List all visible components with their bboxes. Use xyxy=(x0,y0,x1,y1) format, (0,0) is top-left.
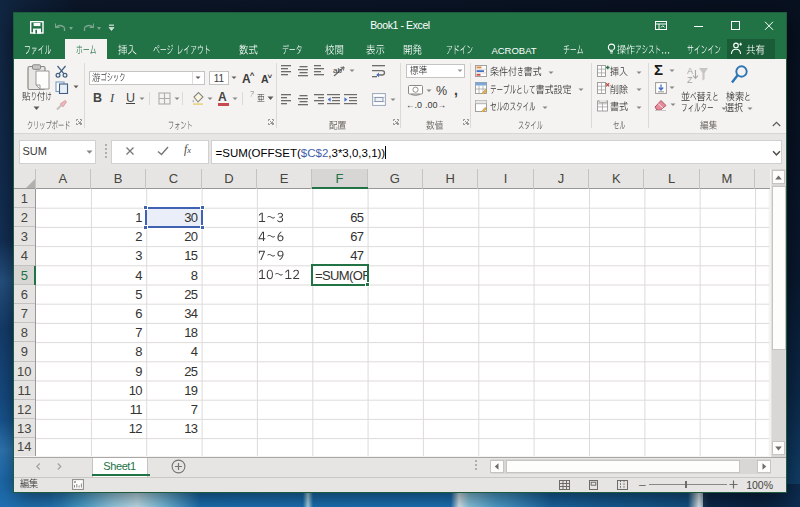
svg-text:ab: ab xyxy=(333,66,342,75)
svg-text:A: A xyxy=(687,66,693,76)
svg-text:Z: Z xyxy=(687,75,693,85)
